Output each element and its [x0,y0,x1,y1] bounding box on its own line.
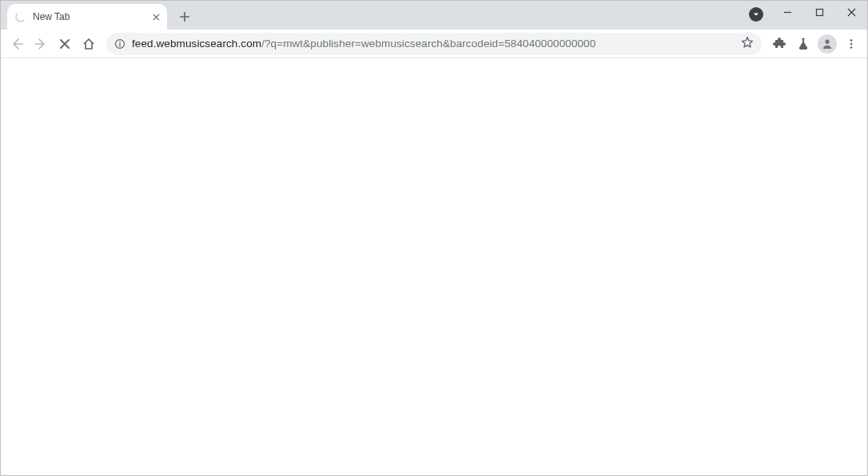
plus-icon [179,11,190,22]
arrow-right-icon [34,38,47,50]
svg-point-5 [850,42,853,45]
svg-point-3 [825,39,829,43]
profile-button[interactable] [816,33,838,55]
close-icon [847,8,856,17]
window-close-button[interactable] [835,1,867,23]
minimize-icon [783,8,792,17]
menu-button[interactable] [840,33,862,55]
titlebar: New Tab [1,1,867,30]
svg-point-4 [850,39,853,42]
kebab-icon [846,38,857,50]
tab-title: New Tab [33,11,143,22]
url-text: feed.webmusicsearch.com/?q=mwt&publisher… [132,38,595,50]
toolbar: feed.webmusicsearch.com/?q=mwt&publisher… [1,30,867,58]
window-controls [771,1,867,23]
maximize-icon [815,8,824,17]
back-button[interactable] [6,33,28,55]
avatar [818,34,837,54]
home-button[interactable] [78,33,100,55]
url-path: /?q=mwt&publisher=webmusicsearch&barcode… [261,38,595,50]
page-content [1,58,867,475]
svg-point-2 [119,41,121,42]
tabstrip: New Tab [1,1,196,30]
close-icon [58,38,71,50]
tab-close-button[interactable] [149,10,162,23]
update-indicator[interactable] [749,7,763,22]
minimize-button[interactable] [771,1,803,23]
labs-button[interactable] [792,33,814,55]
caret-down-icon [753,11,759,18]
forward-button[interactable] [30,33,52,55]
new-tab-button[interactable] [173,6,196,28]
close-icon [153,14,160,21]
loading-spinner-icon [15,11,26,22]
url-host: feed.webmusicsearch.com [132,38,261,50]
flask-icon [797,38,810,50]
svg-point-6 [850,46,853,49]
maximize-button[interactable] [803,1,835,23]
person-icon [821,38,834,50]
extensions-button[interactable] [768,33,790,55]
arrow-left-icon [10,38,23,50]
stop-button[interactable] [54,33,76,55]
browser-tab[interactable]: New Tab [7,4,167,30]
star-icon [741,36,754,49]
bookmark-button[interactable] [741,36,754,52]
puzzle-icon [773,38,786,50]
info-icon [114,38,125,50]
site-info-button[interactable] [114,38,125,50]
address-bar[interactable]: feed.webmusicsearch.com/?q=mwt&publisher… [106,33,762,55]
home-icon [82,38,95,50]
svg-rect-0 [816,9,822,15]
